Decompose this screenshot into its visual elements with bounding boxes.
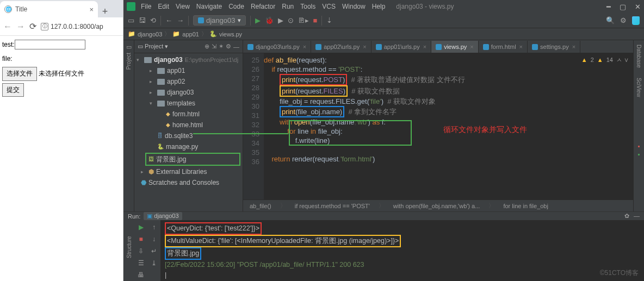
menu-tools[interactable]: Tools <box>300 3 315 10</box>
maximize-icon[interactable]: ▢ <box>620 3 626 11</box>
code-breadcrumb: ab_file()〉if request.method == 'POST'〉wi… <box>243 199 633 211</box>
stop-icon[interactable]: ■ <box>139 235 143 243</box>
close-icon[interactable]: ✕ <box>635 3 641 11</box>
breadcrumb-item[interactable]: with open(file_obj.name,'wb') a... <box>393 203 480 209</box>
breadcrumb-item[interactable]: ab_file() <box>250 203 271 209</box>
menu-window[interactable]: Window <box>342 3 366 10</box>
reload-icon[interactable]: ⟳ <box>29 21 36 32</box>
tree-item[interactable]: ⬣ Scratches and Consoles <box>134 177 243 188</box>
run-output[interactable]: <QueryDict: {'test': ['test222']}> <Mult… <box>160 220 644 281</box>
editor-tabs: django03\urls.py×app02\urls.py×app01\url… <box>243 40 633 53</box>
editor-tab[interactable]: views.py× <box>431 41 479 53</box>
tree-item[interactable]: ◆ home.html <box>134 120 243 130</box>
ok-stripe-mark <box>638 154 640 155</box>
tree-item[interactable]: ▸ django03 <box>134 87 243 98</box>
tree-item[interactable]: 🐍 manage.py <box>134 141 243 152</box>
up-arrow-icon[interactable]: ↑ <box>152 223 156 231</box>
tree-item[interactable]: ◆ form.html <box>134 109 243 120</box>
run-hide-icon[interactable]: — <box>634 213 640 220</box>
tree-item[interactable]: ▾ templates <box>134 98 243 109</box>
menu-file[interactable]: File <box>141 3 151 10</box>
breadcrumb-item[interactable]: if request.method == 'POST' <box>295 203 370 209</box>
browser-tab[interactable]: 🌐 Title × <box>0 1 98 17</box>
collapse-icon[interactable]: ✶ <box>219 43 224 50</box>
no-file-text: 未选择任何文件 <box>39 70 84 77</box>
coverage-icon[interactable]: ▶ <box>278 16 283 24</box>
menu-refactor[interactable]: Refactor <box>251 3 275 10</box>
line-gutter: 252627282930313233343536 <box>243 53 264 199</box>
project-header: ▭ Project ▾ ⊕ ⇲ ✶ ⚙ — <box>134 40 243 53</box>
settings-icon[interactable]: ⚙ <box>226 43 231 50</box>
tree-item[interactable]: 🖼 背景图.jpg <box>145 153 240 166</box>
layout-icon[interactable]: ☰ <box>138 259 144 267</box>
refresh-icon[interactable]: ⟲ <box>150 16 156 24</box>
save-icon[interactable]: 🖫 <box>139 16 146 24</box>
project-dropdown[interactable]: ▭ Project ▾ <box>138 43 168 50</box>
editor-tab[interactable]: form.html× <box>479 41 528 53</box>
project-tool-label[interactable]: Project <box>126 53 132 70</box>
down-arrow-icon[interactable]: ↓ <box>152 235 156 243</box>
forward-icon[interactable]: → <box>16 22 25 32</box>
project-tool-icon[interactable]: ▭ <box>126 43 132 51</box>
menu-navigate[interactable]: Navigate <box>196 3 222 10</box>
close-icon[interactable]: × <box>89 5 94 14</box>
database-tool-label[interactable]: Database <box>636 45 642 68</box>
wrap-icon[interactable]: ↵ <box>151 247 157 255</box>
menu-view[interactable]: View <box>176 3 190 10</box>
hide-icon[interactable]: — <box>233 43 239 50</box>
new-tab-button[interactable]: + <box>98 6 112 17</box>
select-opened-icon[interactable]: ⊕ <box>205 43 209 50</box>
right-tool-stripe: Database SciView <box>633 40 644 211</box>
inspection-widget[interactable]: ▲2 ▲14 ㅅ ∨ <box>581 55 629 65</box>
globe-icon: 🌐 <box>4 5 12 13</box>
back-icon[interactable]: ← <box>3 22 12 32</box>
down-icon[interactable]: ⇩ <box>138 247 144 255</box>
editor-tab[interactable]: app01\urls.py× <box>371 41 431 53</box>
run-settings-icon[interactable]: ✿ <box>624 213 629 220</box>
structure-tool-label[interactable]: Structure <box>123 220 134 281</box>
code-editor[interactable]: 252627282930313233343536 ▲2 ▲14 ㅅ ∨ def … <box>243 53 633 199</box>
sciview-tool-label[interactable]: SciView <box>636 78 642 97</box>
run-tab[interactable]: ▣ django03 <box>144 212 182 220</box>
stop-icon[interactable]: ■ <box>313 16 318 24</box>
test-input[interactable] <box>15 40 85 49</box>
choose-file-button[interactable]: 选择文件 <box>2 67 37 81</box>
code-with-me-icon[interactable] <box>632 16 640 25</box>
run-config-selector[interactable]: django03 ▾ <box>193 15 246 26</box>
breadcrumb-item[interactable]: for line in file_obj <box>503 203 548 209</box>
menu-run[interactable]: Run <box>282 3 294 10</box>
debug-icon[interactable]: 🐞 <box>265 16 274 24</box>
menu-vcs[interactable]: VCS <box>322 3 336 10</box>
attach-icon[interactable]: 🖹▸ <box>298 16 309 24</box>
error-stripe-mark <box>638 146 640 147</box>
menu-edit[interactable]: Edit <box>158 3 169 10</box>
menu-help[interactable]: Help <box>372 3 386 10</box>
tree-item[interactable]: ▸⬢ External Libraries <box>134 166 243 177</box>
redo-icon[interactable]: → <box>177 16 184 24</box>
open-icon[interactable]: ▭ <box>128 16 134 24</box>
menu-code[interactable]: Code <box>228 3 244 10</box>
editor-tab[interactable]: settings.py× <box>528 41 580 53</box>
profile-icon[interactable]: ⊙ <box>288 16 294 24</box>
undo-icon[interactable]: ← <box>165 16 172 24</box>
window-title: django03 - views.py <box>396 3 454 10</box>
tree-item[interactable]: ▸ app01 <box>134 65 243 76</box>
rerun-icon[interactable]: ▶ <box>139 223 144 231</box>
settings-icon[interactable]: ⚙ <box>620 16 627 24</box>
tree-item[interactable]: 🗄 db.sqlite3 <box>134 130 243 141</box>
submit-button[interactable]: 提交 <box>2 83 24 97</box>
minimize-icon[interactable]: ━ <box>606 3 611 11</box>
vcs-icon[interactable]: ⇣ <box>326 16 332 24</box>
editor-tab[interactable]: django03\urls.py× <box>243 41 311 53</box>
run-side-toolbar: ▶ ■ ⇩ ☰ 🖶 🗑 <box>134 220 147 281</box>
expand-icon[interactable]: ⇲ <box>212 43 216 50</box>
scroll-icon[interactable]: ⤓ <box>151 259 157 267</box>
tree-item[interactable]: ▸ app02 <box>134 76 243 87</box>
run-icon[interactable]: ▶ <box>255 16 261 24</box>
address-bar[interactable]: ⓘ 127.0.0.1:8000/ap <box>41 23 120 30</box>
annotation-text: 循环文件对象并写入文件 <box>443 125 527 134</box>
search-icon[interactable]: 🔍 <box>606 16 615 24</box>
editor-tab[interactable]: app02\urls.py× <box>311 41 371 53</box>
project-tree[interactable]: ▾ django03 E:\pythonProject1\dj▸ app01▸ … <box>134 53 243 211</box>
print-icon[interactable]: 🖶 <box>138 271 144 279</box>
